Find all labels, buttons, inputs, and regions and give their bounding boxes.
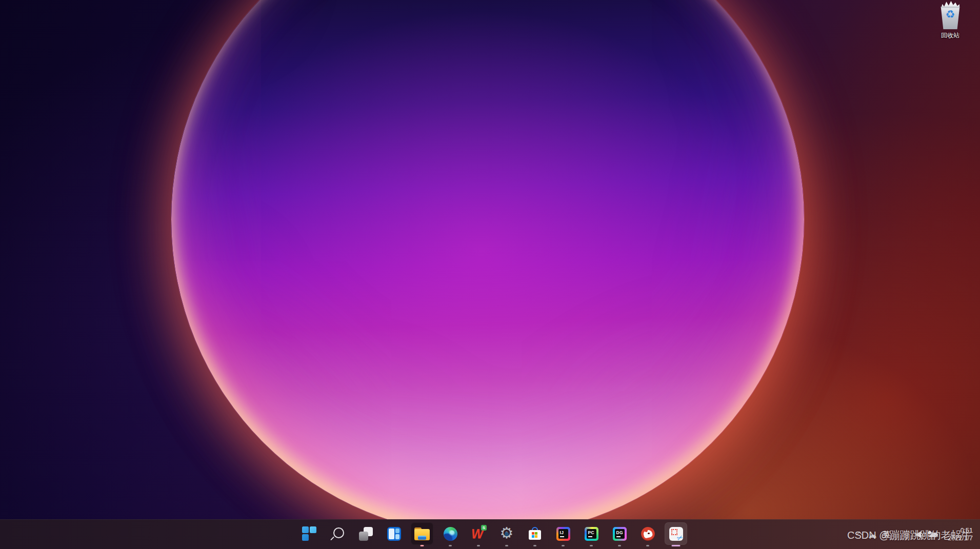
dog-logo-app-icon bbox=[641, 527, 655, 541]
running-indicator bbox=[533, 545, 536, 546]
running-indicator bbox=[477, 545, 480, 546]
recycle-symbol-icon bbox=[938, 8, 963, 21]
widgets-icon bbox=[387, 527, 401, 541]
wifi-icon bbox=[902, 531, 912, 539]
clock-button[interactable]: 0:51 2022/1/7 bbox=[946, 527, 975, 542]
recycle-bin-icon bbox=[938, 1, 963, 30]
intellij-idea-button[interactable]: IJ bbox=[552, 522, 574, 545]
wps-s-badge: S bbox=[481, 525, 487, 531]
system-tray: 英 0:51 2022/1/7 bbox=[852, 520, 980, 549]
idea-ij-letters: IJ bbox=[560, 530, 564, 535]
start-button[interactable] bbox=[298, 522, 321, 545]
search-button[interactable] bbox=[326, 522, 349, 545]
pycharm-button[interactable]: PC bbox=[580, 522, 603, 545]
microsoft-store-icon bbox=[528, 527, 542, 540]
show-hidden-icons-button[interactable] bbox=[852, 524, 865, 545]
intellij-idea-icon: IJ bbox=[556, 527, 570, 541]
datagrip-icon: DG bbox=[613, 527, 627, 541]
windows-start-icon bbox=[302, 526, 316, 541]
wps-office-icon: W S bbox=[471, 526, 486, 541]
taskbar-app-group: W S IJ bbox=[298, 522, 687, 545]
taskbar: W S IJ bbox=[0, 519, 980, 549]
settings-gear-icon bbox=[499, 526, 514, 541]
running-indicator bbox=[646, 545, 649, 546]
dog-app-button[interactable] bbox=[636, 522, 659, 545]
file-explorer-button[interactable] bbox=[411, 522, 433, 545]
speaker-icon bbox=[916, 531, 925, 538]
screenshot-tool-button[interactable] bbox=[665, 522, 687, 545]
task-view-icon bbox=[359, 527, 373, 541]
datagrip-button[interactable]: DG bbox=[608, 522, 631, 545]
settings-button[interactable] bbox=[495, 522, 518, 545]
running-indicator bbox=[618, 545, 621, 546]
battery-charging-icon bbox=[929, 532, 939, 538]
desktop-icon-recycle-bin[interactable]: 回收站 bbox=[932, 1, 968, 44]
desktop-wallpaper bbox=[0, 0, 980, 549]
running-indicator bbox=[562, 545, 565, 546]
pycharm-pc-letters: PC bbox=[588, 530, 595, 535]
selection-rectangle-glyph bbox=[671, 529, 677, 535]
clock-time: 0:51 bbox=[961, 527, 973, 535]
ime-label: 英 bbox=[883, 530, 890, 539]
scissors-glyph bbox=[675, 533, 684, 542]
microsoft-store-button[interactable] bbox=[524, 522, 546, 545]
edge-browser-button[interactable] bbox=[439, 522, 462, 545]
pycharm-icon: PC bbox=[585, 527, 598, 541]
wps-office-button[interactable]: W S bbox=[467, 522, 490, 545]
attention-indicator bbox=[421, 545, 424, 546]
onedrive-tray-button[interactable] bbox=[865, 524, 879, 545]
active-indicator bbox=[672, 545, 681, 546]
recycle-bin-label: 回收站 bbox=[941, 31, 959, 40]
file-explorer-icon bbox=[414, 527, 430, 540]
task-view-button[interactable] bbox=[354, 522, 377, 545]
running-indicator bbox=[505, 545, 508, 546]
clock-date: 2022/1/7 bbox=[948, 535, 973, 542]
screenshot-tool-icon bbox=[669, 527, 683, 541]
running-indicator bbox=[449, 545, 452, 546]
wallpaper-bloom-circle bbox=[171, 0, 804, 536]
search-icon bbox=[333, 527, 344, 538]
running-indicator bbox=[590, 545, 593, 546]
chevron-up-icon bbox=[856, 532, 863, 538]
ime-language-button[interactable]: 英 bbox=[879, 524, 893, 545]
network-sound-battery-button[interactable] bbox=[899, 524, 943, 545]
edge-browser-icon bbox=[444, 527, 457, 541]
datagrip-dg-letters: DG bbox=[616, 530, 624, 535]
widgets-button[interactable] bbox=[383, 522, 405, 545]
